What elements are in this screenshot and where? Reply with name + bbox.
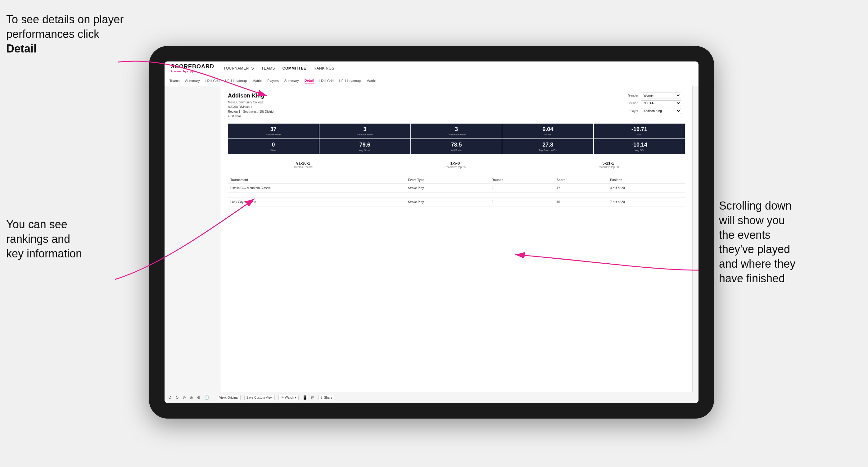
tab-detail[interactable]: Detail [305,77,314,84]
cell-score: 16 [554,198,608,207]
annotation-text-bottomright: Scrolling downwill show youthe eventsthe… [719,199,795,285]
division-control: Division NJCAA I NJCAA II [623,100,685,106]
division-label: Division [623,101,638,105]
left-sidebar [164,86,220,403]
player-label: Player [623,109,638,113]
cell-tournament: Lady Coyote Invite [228,198,405,207]
player-division: NJCAA Division 1 [228,105,274,109]
stat-cell: 6.04Points [502,124,593,138]
tab-h2h-heatmap2[interactable]: H2H Heatmap [339,77,361,84]
cell-tournament [228,192,405,198]
gender-select[interactable]: Women Men [641,93,681,98]
stats-row2: 0Wins79.6Avg Score78.5Adj Score27.8Avg S… [228,139,685,154]
cell-tournament: Estella CC- Mountain Classic [228,184,405,192]
division-select[interactable]: NJCAA I NJCAA II [641,100,681,106]
save-custom-label: Save Custom View [247,396,273,399]
zoom-in-icon[interactable]: ⊕ [190,395,193,400]
nav-committee[interactable]: COMMITTEE [282,65,306,72]
cell-position: 4 out of 20 [608,184,685,192]
table-row[interactable] [228,192,685,198]
cell-event-type: Stroke Play [405,198,489,207]
cell-position [608,192,685,198]
sub-nav: Teams Summary H2H Grid H2H Heatmap Matri… [164,75,699,86]
stat-cell-row2: 79.6Avg Score [319,139,410,154]
clock-icon[interactable]: 🕐 [204,395,209,400]
col-position: Position [608,176,685,184]
stat-cell: 3Regional Rank [319,124,410,138]
undo-icon[interactable]: ↺ [168,395,172,400]
cell-position: 7 out of 20 [608,198,685,207]
record-item: 1-5-0Record vs top 25 [444,161,466,168]
grid-icon[interactable]: ⊞ [311,395,314,400]
gender-control: Gender Women Men [623,93,685,98]
stat-cell-row2: -10.14Avg SG [594,139,685,154]
watch-btn[interactable]: 👁 Watch ▾ [278,395,299,400]
nav-rankings[interactable]: RANKINGS [314,65,334,72]
col-score: Score [554,176,608,184]
bottom-toolbar: ↺ ↻ ⊖ ⊕ ⚙ 🕐 View: Original Save Custom V… [164,392,699,403]
player-header: Addison King Mesa Community College NJCA… [228,93,685,119]
stats-row1: 37National Rank3Regional Rank3Conference… [228,124,685,138]
cell-event-type [405,192,489,198]
player-control: Player Addison King [623,108,685,114]
player-region: Region 1 - Southwest (18) District [228,109,274,114]
player-select[interactable]: Addison King [641,108,681,114]
annotation-bottomright: Scrolling downwill show youthe eventsthe… [719,199,849,286]
record-item: 91-20-1Overall Record [294,161,313,168]
tab-teams[interactable]: Teams [169,77,180,84]
tournament-table: Tournament Event Type Rounds Score Posit… [228,176,685,207]
toolbar-separator [213,395,213,400]
col-event-type: Event Type [405,176,489,184]
view-original-btn[interactable]: View: Original [217,395,241,400]
cell-event-type: Stroke Play [405,184,489,192]
tablet-frame: SCOREBOARD Powered by clippd TOURNAMENTS… [149,46,714,418]
annotation-text-bottomleft: You can seerankings andkey information [6,218,82,260]
tablet-screen: SCOREBOARD Powered by clippd TOURNAMENTS… [164,61,699,403]
stat-cell: 37National Rank [228,124,319,138]
col-rounds: Rounds [489,176,554,184]
share-label: Share [324,396,333,399]
top-nav: SCOREBOARD Powered by clippd TOURNAMENTS… [164,61,699,75]
nav-teams[interactable]: TEAMS [261,65,275,72]
tab-summary2[interactable]: Summary [284,77,299,84]
player-info: Addison King Mesa Community College NJCA… [228,93,274,119]
stat-cell-row2: 27.8Avg Score to Par [502,139,593,154]
nav-tournaments[interactable]: TOURNAMENTS [223,65,254,72]
nav-items: TOURNAMENTS TEAMS COMMITTEE RANKINGS [223,65,334,72]
player-name: Addison King [228,93,274,99]
tab-h2h-grid[interactable]: H2H Grid [205,77,219,84]
stat-cell: 3Conference Rank [411,124,502,138]
table-row[interactable]: Lady Coyote Invite Stroke Play 2 16 7 ou… [228,198,685,207]
tab-matrix2[interactable]: Matrix [366,77,376,84]
detail-panel: Addison King Mesa Community College NJCA… [220,86,692,403]
annotation-bottomleft: You can seerankings andkey information [6,217,121,261]
table-row[interactable]: Estella CC- Mountain Classic Stroke Play… [228,184,685,192]
tab-summary[interactable]: Summary [185,77,199,84]
zoom-out-icon[interactable]: ⊖ [183,395,186,400]
player-controls: Gender Women Men Division NJCAA I NJCAA … [623,93,685,114]
cell-score: 17 [554,184,608,192]
tab-h2h-grid2[interactable]: H2H Grid [319,77,334,84]
tab-matrix[interactable]: Matrix [252,77,262,84]
save-custom-btn[interactable]: Save Custom View [244,395,275,400]
records-row: 91-20-1Overall Record1-5-0Record vs top … [228,158,685,172]
device-icon[interactable]: 📱 [302,395,307,400]
redo-icon[interactable]: ↻ [176,395,179,400]
cell-rounds [489,192,554,198]
logo-main: SCOREBOARD [171,63,214,70]
settings-icon[interactable]: ⚙ [197,395,200,400]
col-tournament: Tournament [228,176,405,184]
cell-rounds: 2 [489,198,554,207]
player-year: First Year [228,114,274,119]
tab-h2h-heatmap[interactable]: H2H Heatmap [225,77,247,84]
main-content: Addison King Mesa Community College NJCA… [164,86,699,403]
tab-players[interactable]: Players [267,77,279,84]
gender-label: Gender [623,94,638,97]
annotation-text-topleft: To see details on player performances cl… [6,13,124,55]
stat-cell-row2: 0Wins [228,139,319,154]
scoreboard-logo: SCOREBOARD Powered by clippd [171,63,214,73]
player-school: Mesa Community College [228,100,274,105]
share-btn[interactable]: ⇧ Share [318,395,335,400]
right-sidebar [692,86,699,403]
cell-score [554,192,608,198]
